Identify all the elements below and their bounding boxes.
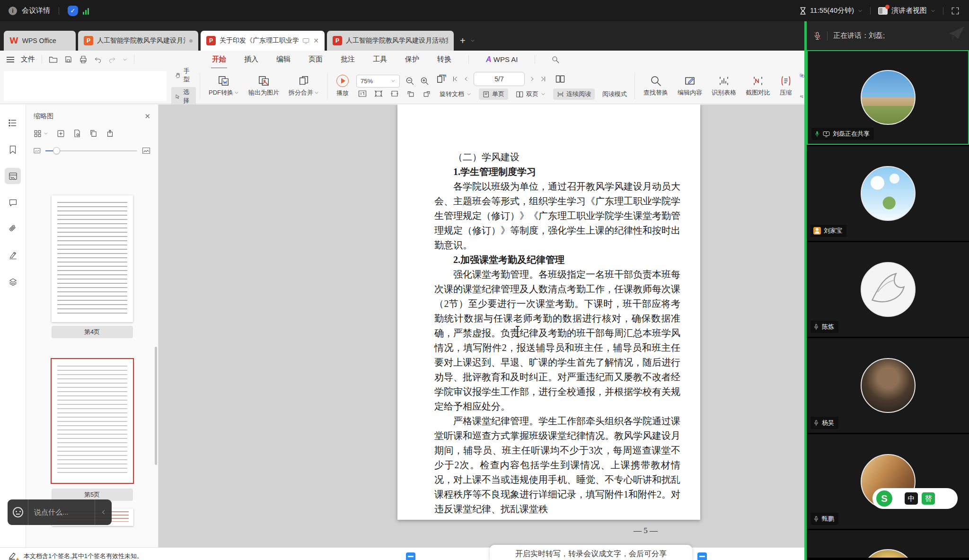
recognize-table-button[interactable]: 识别表格: [707, 75, 741, 97]
prev-page-icon[interactable]: [463, 76, 469, 82]
bookmark-icon[interactable]: [5, 141, 21, 158]
emoji-button[interactable]: [8, 499, 28, 525]
open-folder-icon[interactable]: [49, 55, 58, 63]
tab-list-chevron-icon[interactable]: [470, 38, 475, 43]
hand-tool-button[interactable]: 手型: [171, 66, 196, 85]
layers-icon[interactable]: [5, 274, 21, 290]
tab-doc-1[interactable]: P 人工智能学院教风学风建设月活: [78, 31, 198, 51]
transcribe-icon[interactable]: [406, 552, 415, 560]
menu-edit[interactable]: 编辑: [275, 53, 291, 66]
continuous-read-button[interactable]: 连续阅读: [553, 88, 595, 100]
double-page-button[interactable]: 双页: [512, 88, 549, 100]
comment-placeholder[interactable]: 说点什么...: [28, 508, 95, 517]
signature-icon[interactable]: [5, 247, 21, 263]
page-indicator[interactable]: 5/7: [474, 72, 525, 86]
zoom-in-icon[interactable]: [420, 77, 429, 86]
first-page-icon[interactable]: [452, 76, 458, 82]
panel-scrollbar[interactable]: [155, 347, 157, 465]
thumbnail-label-page-4[interactable]: 第4页: [52, 326, 133, 338]
pdf-page-5[interactable]: （二）学风建设 1.学生管理制度学习 各学院以班级为单位，通过召开教风学风建设月…: [397, 105, 700, 520]
find-replace-button[interactable]: 查找替换: [639, 75, 673, 97]
collapse-chevron-icon[interactable]: [95, 499, 112, 525]
menu-home[interactable]: 开始: [211, 53, 227, 66]
chevron-down-icon[interactable]: [123, 57, 127, 62]
extract-page-icon[interactable]: [106, 129, 114, 138]
zoom-out-icon[interactable]: [405, 77, 414, 86]
security-shield-icon[interactable]: ✓: [68, 6, 78, 16]
document-viewport[interactable]: （二）学风建设 1.学生管理制度学习 各学院以班级为单位，通过召开教风学风建设月…: [159, 105, 804, 547]
pages-icon[interactable]: [436, 74, 447, 84]
play-button[interactable]: 播放: [332, 75, 353, 97]
add-page-icon[interactable]: [57, 130, 65, 138]
close-tab-icon[interactable]: ✕: [313, 37, 319, 44]
thumbnail-page-4[interactable]: [52, 195, 133, 322]
menu-insert[interactable]: 插入: [243, 53, 259, 66]
menu-protect[interactable]: 保护: [404, 53, 420, 66]
video-tile-yanghao[interactable]: 杨昊: [807, 338, 969, 433]
edit-content-button[interactable]: 编辑内容: [673, 75, 707, 97]
chevron-down-icon[interactable]: [858, 9, 863, 13]
rotate-left-icon[interactable]: [406, 90, 415, 97]
undo-icon[interactable]: [94, 56, 102, 63]
pdf-convert-button[interactable]: PDF转换: [204, 75, 244, 97]
actual-size-icon[interactable]: [358, 90, 367, 97]
hamburger-icon[interactable]: [7, 57, 14, 62]
new-tab-button[interactable]: +: [460, 35, 466, 46]
zoom-select[interactable]: 75%: [356, 75, 400, 88]
rotate-right-icon[interactable]: [423, 90, 431, 97]
attachment-icon[interactable]: [5, 221, 21, 237]
info-icon[interactable]: i: [9, 7, 17, 15]
tab-doc-2-active[interactable]: P 关于印发《广东理工职业学 ✕: [201, 31, 325, 51]
select-tool-button[interactable]: 选择: [171, 87, 196, 106]
network-signal-icon[interactable]: [83, 7, 89, 15]
hand-icon: [175, 71, 181, 79]
menu-page[interactable]: 页面: [308, 53, 324, 66]
caption-icon[interactable]: [697, 552, 707, 560]
screenshot-compare-button[interactable]: 截图对比: [741, 75, 775, 97]
export-image-button[interactable]: 输出为图片: [244, 75, 284, 97]
thumbnail-layout-button[interactable]: [34, 130, 48, 138]
present-icon[interactable]: [302, 38, 309, 44]
page-settings-icon[interactable]: [73, 129, 81, 138]
chevron-down-icon[interactable]: [931, 9, 935, 13]
video-tile-chenlian[interactable]: 陈炼: [807, 242, 969, 337]
tab-doc-3[interactable]: P 人工智能学院教风学风建设月活动实: [327, 31, 454, 51]
menu-tools[interactable]: 工具: [372, 53, 388, 66]
menu-comment[interactable]: 批注: [340, 53, 356, 66]
copy-page-icon[interactable]: [89, 129, 97, 138]
menu-file[interactable]: 文件: [21, 55, 35, 64]
close-panel-icon[interactable]: ✕: [144, 112, 150, 121]
video-tile-partial[interactable]: [807, 530, 969, 558]
book-icon[interactable]: [555, 74, 565, 84]
fit-width-icon[interactable]: [390, 90, 399, 97]
outline-icon[interactable]: [5, 115, 21, 131]
thumbnail-page-5[interactable]: [52, 359, 133, 483]
last-page-icon[interactable]: [540, 76, 546, 82]
single-page-button[interactable]: 单页: [479, 88, 508, 100]
compress-button[interactable]: 压缩: [775, 75, 797, 97]
comment-input-box[interactable]: 说点什么...: [8, 499, 112, 525]
rotate-doc-button[interactable]: 旋转文档: [436, 88, 475, 100]
thumbnail-panel-icon[interactable]: [5, 168, 21, 184]
view-mode-button[interactable]: 演讲者视图: [891, 6, 927, 15]
video-tile-liulei[interactable]: 刘磊正在共享: [807, 50, 969, 145]
menu-wps-ai[interactable]: A WPS AI: [485, 53, 519, 66]
print-icon[interactable]: [79, 55, 88, 63]
meeting-details-button[interactable]: 会议详情: [22, 6, 50, 15]
video-tile-zhenpeng[interactable]: S 中 替 甄鹏: [807, 434, 969, 529]
video-tile-liujiabao[interactable]: 刘家宝: [807, 146, 969, 241]
menu-convert[interactable]: 转换: [436, 53, 452, 66]
tab-wps-home[interactable]: W WPS Office: [4, 31, 76, 51]
read-mode-button[interactable]: 阅读模式: [599, 88, 631, 100]
redo-icon[interactable]: [108, 56, 116, 63]
split-merge-button[interactable]: 拆分合并: [284, 75, 324, 97]
fit-page-icon[interactable]: [374, 90, 383, 97]
meeting-timer[interactable]: 11:55(40分钟): [810, 6, 854, 15]
thumb-size-slider[interactable]: [45, 150, 137, 151]
mic-muted-icon[interactable]: [813, 31, 821, 41]
next-page-icon[interactable]: [529, 76, 535, 82]
search-icon[interactable]: [551, 55, 560, 64]
save-icon[interactable]: [64, 55, 72, 63]
fullscreen-icon[interactable]: [951, 7, 960, 15]
comment-icon[interactable]: [5, 194, 21, 210]
